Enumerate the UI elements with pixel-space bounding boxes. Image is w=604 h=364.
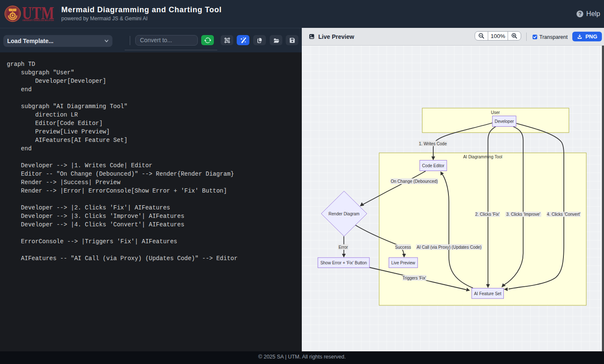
svg-text:3. Clicks 'Improve': 3. Clicks 'Improve' — [506, 212, 541, 217]
svg-text:UNIVERSITI TEKNOLOGI MALAYSIA: UNIVERSITI TEKNOLOGI MALAYSIA — [22, 19, 54, 22]
svg-text:4. Clicks 'Convert': 4. Clicks 'Convert' — [547, 212, 580, 217]
svg-text:Live Preview: Live Preview — [391, 261, 415, 265]
svg-text:1. Writes Code: 1. Writes Code — [419, 141, 447, 146]
svg-text:AI Call (via Proxy) (Updates C: AI Call (via Proxy) (Updates Code) — [417, 245, 481, 250]
svg-text:Error: Error — [339, 245, 348, 250]
svg-text:On Change (Debounced): On Change (Debounced) — [391, 179, 438, 184]
svg-text:Show Error + 'Fix' Button: Show Error + 'Fix' Button — [320, 261, 367, 265]
svg-text:Render Diagram: Render Diagram — [328, 212, 359, 216]
svg-text:User: User — [491, 110, 500, 115]
svg-text:Developer: Developer — [495, 119, 514, 124]
svg-text:2. Clicks 'Fix': 2. Clicks 'Fix' — [475, 212, 500, 217]
svg-text:AI Diagramming Tool: AI Diagramming Tool — [463, 155, 503, 159]
svg-text:Code Editor: Code Editor — [422, 163, 445, 168]
svg-text:Success: Success — [395, 245, 411, 250]
svg-text:AI Feature Set: AI Feature Set — [474, 291, 501, 296]
svg-text:Triggers 'Fix': Triggers 'Fix' — [402, 276, 426, 280]
